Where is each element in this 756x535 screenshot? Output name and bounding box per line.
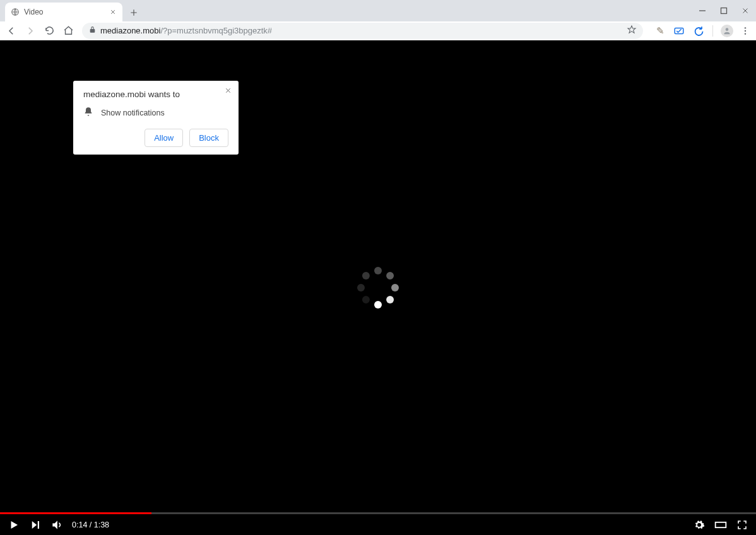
loading-spinner-icon — [357, 267, 399, 309]
maximize-button[interactable] — [713, 0, 735, 21]
svg-point-5 — [745, 27, 746, 28]
bookmark-icon[interactable] — [627, 25, 637, 37]
bell-icon — [83, 107, 93, 119]
video-time: 0:14 / 1:38 — [72, 520, 109, 529]
profile-avatar[interactable] — [721, 25, 733, 37]
video-controls: 0:14 / 1:38 — [0, 514, 756, 535]
new-tab-button[interactable] — [125, 4, 143, 21]
video-area: mediazone.mobi wants to Show notificatio… — [0, 40, 756, 535]
minimize-button[interactable] — [692, 0, 713, 21]
popup-heading: mediazone.mobi wants to — [83, 90, 228, 99]
block-button[interactable]: Block — [189, 129, 228, 147]
theater-mode-icon[interactable] — [714, 519, 727, 531]
extension-icon-3[interactable] — [691, 24, 705, 38]
close-tab-icon[interactable] — [109, 8, 117, 16]
extension-icons: ✎ — [653, 24, 752, 38]
svg-rect-2 — [721, 8, 727, 14]
svg-rect-8 — [716, 522, 726, 527]
close-popup-icon[interactable] — [222, 85, 233, 96]
url-path: /?p=muztsnbvmq5gi3bpgeztk# — [160, 26, 272, 35]
home-button[interactable] — [61, 23, 76, 38]
url-domain: mediazone.mobi — [100, 26, 160, 35]
svg-point-7 — [745, 33, 746, 34]
browser-tab[interactable]: Video — [5, 3, 122, 21]
reload-button[interactable] — [42, 23, 57, 38]
notification-permission-popup: mediazone.mobi wants to Show notificatio… — [73, 81, 239, 155]
address-bar[interactable]: mediazone.mobi/?p=muztsnbvmq5gi3bpgeztk# — [82, 23, 643, 39]
next-icon[interactable] — [29, 519, 42, 531]
window-controls — [692, 0, 756, 21]
svg-point-6 — [745, 30, 746, 31]
close-window-button[interactable] — [735, 0, 756, 21]
popup-item-label: Show notifications — [101, 109, 165, 117]
extension-icon-2[interactable] — [672, 24, 686, 38]
toolbar: mediazone.mobi/?p=muztsnbvmq5gi3bpgeztk#… — [0, 21, 756, 40]
menu-icon[interactable] — [738, 24, 752, 38]
globe-icon — [10, 7, 20, 17]
tab-title: Video — [24, 8, 105, 16]
url-text: mediazone.mobi/?p=muztsnbvmq5gi3bpgeztk# — [100, 26, 623, 35]
extension-icon-1[interactable]: ✎ — [653, 24, 667, 38]
svg-point-4 — [726, 28, 729, 31]
volume-icon[interactable] — [50, 519, 63, 531]
play-icon[interactable] — [8, 519, 20, 531]
back-button[interactable] — [4, 23, 19, 38]
allow-button[interactable]: Allow — [145, 129, 183, 147]
separator — [712, 25, 713, 37]
fullscreen-icon[interactable] — [736, 519, 748, 531]
forward-button[interactable] — [23, 23, 38, 38]
settings-icon[interactable] — [693, 519, 706, 531]
lock-icon — [88, 26, 97, 36]
tab-bar: Video — [0, 0, 756, 21]
